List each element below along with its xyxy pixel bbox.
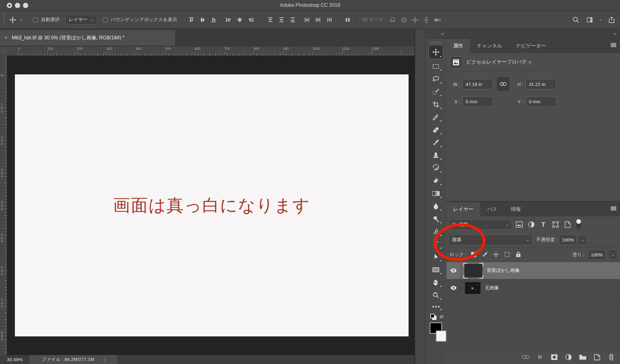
blend-mode-dropdown[interactable]: 除算 ⌄ bbox=[449, 235, 533, 245]
3d-slide-icon[interactable] bbox=[422, 16, 430, 24]
align-bottom-icon[interactable] bbox=[210, 16, 218, 24]
filter-adjustment-layers-icon[interactable] bbox=[527, 220, 536, 229]
align-vcenter-icon[interactable] bbox=[198, 16, 206, 24]
horizontal-ruler[interactable]: 0100200300400500600700800900100011001200 bbox=[7, 47, 414, 55]
shape-tool[interactable] bbox=[428, 263, 443, 276]
opacity-chevron[interactable]: ⌄ bbox=[578, 235, 587, 245]
image-canvas[interactable]: 画面は真っ白になります bbox=[15, 74, 409, 336]
align-right-icon[interactable] bbox=[247, 16, 255, 24]
distribute-right-icon[interactable] bbox=[325, 16, 333, 24]
ruler-origin-corner[interactable] bbox=[0, 47, 7, 56]
lasso-tool[interactable] bbox=[428, 73, 443, 85]
history-brush-tool[interactable] bbox=[428, 162, 443, 174]
align-hcenter-icon[interactable] bbox=[236, 16, 244, 24]
lock-transparency-icon[interactable] bbox=[470, 251, 477, 258]
link-layers-icon[interactable] bbox=[522, 353, 529, 361]
lock-pixels-icon[interactable] bbox=[481, 251, 489, 258]
layer-row-blurred-background[interactable]: 背景ぼかし画像 bbox=[446, 262, 620, 279]
quick-select-tool[interactable] bbox=[428, 85, 443, 98]
document-tab[interactable]: × M63_hdr.tif @ 30.5% (背景ぼかし画像, RGB/16#)… bbox=[0, 30, 175, 46]
filter-shape-layers-icon[interactable] bbox=[551, 220, 560, 229]
delete-layer-icon[interactable] bbox=[608, 353, 615, 361]
crop-tool[interactable] bbox=[428, 98, 443, 111]
add-layer-mask-icon[interactable] bbox=[551, 353, 558, 361]
file-size-status[interactable]: ファイル : 84.2M/277.1M › bbox=[29, 355, 117, 364]
search-icon[interactable] bbox=[572, 16, 580, 24]
zoom-window-button[interactable] bbox=[23, 3, 28, 8]
lock-artboard-icon[interactable] bbox=[503, 251, 511, 258]
bounding-box-checkbox[interactable] bbox=[103, 17, 108, 22]
type-tool[interactable]: T bbox=[428, 238, 443, 251]
tools-grip[interactable] bbox=[431, 41, 441, 44]
path-select-tool[interactable] bbox=[428, 251, 443, 263]
options-grip[interactable] bbox=[3, 14, 4, 26]
pen-tool[interactable] bbox=[428, 225, 443, 238]
width-field[interactable]: 47.16 in bbox=[463, 79, 493, 89]
distribute-bottom-icon[interactable] bbox=[289, 16, 297, 24]
height-field[interactable]: 31.22 in bbox=[526, 79, 556, 89]
visibility-toggle[interactable] bbox=[446, 262, 461, 279]
layer-row-original-image[interactable]: 元画像 bbox=[446, 279, 620, 297]
background-color-swatch[interactable] bbox=[436, 331, 446, 342]
opacity-field[interactable]: 100% bbox=[559, 235, 577, 245]
vertical-ruler[interactable]: 01 0 02 0 03 0 04 0 05 0 06 0 07 0 08 0 … bbox=[0, 56, 7, 355]
brush-tool[interactable] bbox=[428, 136, 443, 149]
eyedropper-tool[interactable] bbox=[428, 111, 443, 123]
panel-menu-icon[interactable] bbox=[611, 43, 616, 47]
layer-style-icon[interactable]: fx bbox=[536, 353, 544, 361]
align-top-icon[interactable] bbox=[187, 16, 195, 24]
workspace-chevron-icon[interactable]: ⌄ bbox=[599, 18, 603, 22]
eraser-tool[interactable] bbox=[428, 174, 443, 187]
close-window-button[interactable] bbox=[7, 3, 12, 8]
layer-thumbnail[interactable] bbox=[464, 264, 482, 277]
new-adjustment-layer-icon[interactable] bbox=[565, 353, 572, 361]
3d-orbit-icon[interactable] bbox=[389, 16, 397, 24]
workspace-switcher-icon[interactable] bbox=[586, 16, 594, 24]
share-icon[interactable] bbox=[608, 16, 616, 24]
collapse-panels-icon[interactable]: » bbox=[446, 29, 620, 39]
lock-all-icon[interactable] bbox=[515, 251, 522, 258]
filter-type-layers-icon[interactable]: T bbox=[539, 220, 548, 229]
tab-ナビゲーター[interactable]: ナビゲーター bbox=[509, 39, 553, 53]
tab-パス[interactable]: パス bbox=[480, 202, 504, 216]
visibility-toggle[interactable] bbox=[446, 279, 461, 296]
x-field[interactable]: 0 mm bbox=[463, 96, 493, 107]
filter-smart-objects-icon[interactable] bbox=[563, 220, 572, 229]
auto-select-dropdown[interactable]: レイヤー ⌄ bbox=[65, 15, 97, 25]
tab-属性[interactable]: 属性 bbox=[446, 39, 470, 53]
tab-レイヤー[interactable]: レイヤー bbox=[446, 202, 480, 216]
clone-stamp-tool[interactable] bbox=[428, 149, 443, 162]
lock-position-icon[interactable] bbox=[492, 251, 500, 258]
tab-情報[interactable]: 情報 bbox=[504, 202, 528, 216]
healing-brush-tool[interactable] bbox=[428, 123, 443, 136]
fill-field[interactable]: 100% bbox=[588, 250, 605, 260]
canvas-pasteboard[interactable]: 01 0 02 0 03 0 04 0 05 0 06 0 07 0 08 0 … bbox=[0, 56, 414, 355]
edit-toolbar-button[interactable] bbox=[428, 301, 443, 312]
status-expand-icon[interactable]: › bbox=[104, 357, 105, 362]
close-document-icon[interactable]: × bbox=[4, 35, 7, 41]
document-scrollbar-track[interactable] bbox=[414, 29, 425, 364]
dodge-tool[interactable] bbox=[428, 212, 443, 225]
distribute-top-icon[interactable] bbox=[266, 16, 274, 24]
gradient-tool[interactable] bbox=[428, 187, 443, 200]
3d-pan-icon[interactable] bbox=[411, 16, 419, 24]
filter-pixel-layers-icon[interactable] bbox=[515, 220, 524, 229]
distribute-spacing-icon[interactable] bbox=[343, 16, 352, 24]
swap-colors-icon[interactable]: ⇄ bbox=[439, 314, 443, 319]
distribute-hcenter-icon[interactable] bbox=[314, 16, 322, 24]
link-dimensions-button[interactable] bbox=[497, 77, 509, 91]
filter-toggle-switch[interactable] bbox=[576, 220, 581, 229]
move-tool[interactable] bbox=[428, 45, 443, 59]
zoom-tool[interactable] bbox=[428, 289, 443, 301]
auto-select-checkbox[interactable] bbox=[33, 17, 38, 22]
layer-thumbnail[interactable] bbox=[465, 282, 480, 294]
fill-chevron[interactable]: ⌄ bbox=[609, 250, 618, 260]
new-layer-icon[interactable] bbox=[593, 353, 601, 361]
hand-tool[interactable] bbox=[428, 276, 443, 289]
new-group-icon[interactable] bbox=[579, 353, 587, 361]
distribute-vcenter-icon[interactable] bbox=[277, 16, 286, 24]
distribute-left-icon[interactable] bbox=[303, 16, 311, 24]
marquee-tool[interactable] bbox=[428, 60, 443, 73]
panel-menu-icon[interactable] bbox=[611, 206, 616, 211]
tool-preset-chevron[interactable]: ⌄ bbox=[19, 18, 23, 22]
